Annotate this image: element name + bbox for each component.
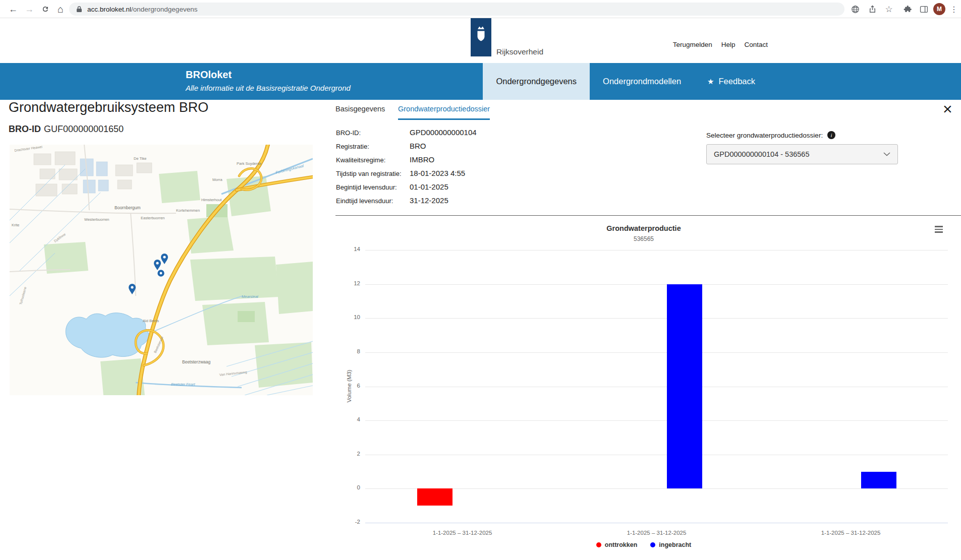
production-chart: Grondwaterproductie 536565 Volume (M3) o… — [335, 100, 961, 560]
y-gridline — [365, 387, 948, 387]
back-icon[interactable]: ← — [6, 2, 20, 16]
url-text: acc.broloket.nl/ondergrondgegevens — [87, 6, 197, 13]
x-category-label: 1-1-2025 – 31-12-2025 — [754, 530, 948, 536]
y-tick-label: -2 — [334, 519, 360, 525]
profile-avatar[interactable]: M — [933, 3, 945, 15]
translate-icon[interactable] — [851, 5, 860, 14]
bar-onttrokken[interactable] — [417, 488, 453, 506]
reload-icon[interactable] — [38, 2, 52, 16]
star-icon: ★ — [707, 77, 714, 86]
map-label: Ald Beets — [143, 319, 159, 323]
y-gridline — [365, 284, 948, 285]
map-label: Westerbuorren — [84, 217, 109, 222]
y-gridline — [365, 352, 948, 353]
brand-title: BROloket — [186, 69, 351, 81]
y-gridline — [365, 488, 948, 489]
site-header: Rijksoverheid Terugmelden Help Contact — [0, 18, 961, 63]
y-tick-label: 2 — [334, 451, 360, 457]
bar-ingebracht[interactable] — [861, 472, 896, 489]
y-gridline — [365, 455, 948, 455]
y-gridline — [365, 523, 948, 523]
map-label: Morra — [212, 177, 222, 182]
logo-wordmark: Rijksoverheid — [496, 47, 543, 56]
y-tick-label: 6 — [334, 383, 360, 389]
y-gridline — [365, 318, 948, 319]
page-title: Grondwatergebruiksysteem BRO — [9, 100, 208, 115]
nav-item-label: Ondergrondmodellen — [603, 77, 681, 86]
map-label: Himsterhout — [201, 198, 222, 202]
extensions-icon[interactable] — [903, 5, 912, 14]
bar-ingebracht[interactable] — [667, 284, 702, 489]
nav-items: Ondergrondgegevens Ondergrondmodellen ★ … — [483, 63, 768, 100]
rijksoverheid-logo-icon — [471, 18, 491, 56]
link-help[interactable]: Help — [721, 41, 736, 48]
map-label: Mearsleat — [242, 294, 259, 299]
share-icon[interactable] — [868, 5, 877, 14]
chart-title: Grondwaterproductie — [335, 224, 952, 232]
address-bar[interactable]: acc.broloket.nl/ondergrondgegevens — [69, 3, 844, 16]
main-navigation: BROloket Alle informatie uit de Basisreg… — [0, 63, 961, 100]
link-contact[interactable]: Contact — [744, 41, 768, 48]
x-category-label: 1-1-2025 – 31-12-2025 — [559, 530, 754, 536]
y-tick-label: 10 — [334, 314, 360, 320]
map-label: Kortehemmen — [176, 208, 200, 213]
browser-toolbar: ← → ⌂ acc.broloket.nl/ondergrondgegevens… — [0, 0, 961, 18]
y-tick-label: 8 — [334, 348, 360, 354]
nav-item-label: Feedback — [719, 77, 755, 86]
bookmark-star-icon[interactable]: ☆ — [884, 5, 893, 14]
map-label: Krite — [12, 223, 19, 227]
map-label: Beetsterzwaag — [182, 359, 210, 364]
dossier-panel: Basisgegevens Grondwaterproductiedossier… — [335, 100, 961, 560]
legend-item-ingebracht[interactable]: ingebracht — [650, 541, 691, 548]
y-tick-label: 14 — [334, 246, 360, 252]
legend-item-onttrokken[interactable]: onttrokken — [596, 541, 638, 548]
link-terugmelden[interactable]: Terugmelden — [673, 41, 712, 48]
map-canvas: Drachtster HeaweiDe TikePark SuyderseMor… — [10, 145, 313, 395]
map-label: De Tike — [134, 156, 146, 161]
y-tick-label: 4 — [334, 416, 360, 422]
map-marker-icon[interactable] — [157, 270, 165, 277]
lock-icon — [76, 6, 82, 13]
map-label: Boornbergum — [115, 205, 141, 210]
legend-marker-icon — [596, 542, 601, 547]
brand-block[interactable]: BROloket Alle informatie uit de Basisreg… — [186, 69, 351, 92]
chart-legend: onttrokkeningebracht — [335, 541, 952, 548]
menu-dots-icon[interactable]: ⋮ — [949, 5, 958, 14]
y-gridline — [365, 420, 948, 421]
location-map[interactable]: Drachtster HeaweiDe TikePark SuyderseMor… — [10, 145, 313, 395]
bro-id-label: BRO-ID — [9, 124, 41, 134]
y-tick-label: 0 — [334, 484, 360, 490]
map-label: Beetster Feart — [171, 382, 195, 387]
sidepanel-icon[interactable] — [919, 5, 928, 14]
bro-id-value: GUF000000001650 — [44, 124, 124, 134]
map-label: Easterbuorren — [141, 216, 165, 220]
nav-item-feedback[interactable]: ★ Feedback — [694, 63, 768, 100]
y-gridline — [365, 250, 948, 251]
map-label: Park Suyderse — [237, 161, 261, 166]
bro-id-line: BRO-IDGUF000000001650 — [9, 124, 124, 135]
nav-item-ondergrondgegevens[interactable]: Ondergrondgegevens — [483, 63, 590, 100]
legend-marker-icon — [650, 542, 655, 547]
legend-label: ingebracht — [659, 541, 691, 548]
header-links: Terugmelden Help Contact — [673, 41, 768, 48]
x-category-label: 1-1-2025 – 31-12-2025 — [365, 530, 559, 536]
forward-icon[interactable]: → — [22, 2, 36, 16]
brand-tagline: Alle informatie uit de Basisregistratie … — [186, 84, 351, 92]
y-tick-label: 12 — [334, 280, 360, 286]
legend-label: onttrokken — [605, 541, 638, 548]
home-icon[interactable]: ⌂ — [53, 2, 68, 16]
nav-item-label: Ondergrondgegevens — [496, 77, 577, 86]
nav-item-ondergrondmodellen[interactable]: Ondergrondmodellen — [590, 63, 694, 100]
chart-subtitle: 536565 — [335, 235, 952, 242]
chart-menu-icon[interactable] — [934, 226, 944, 234]
